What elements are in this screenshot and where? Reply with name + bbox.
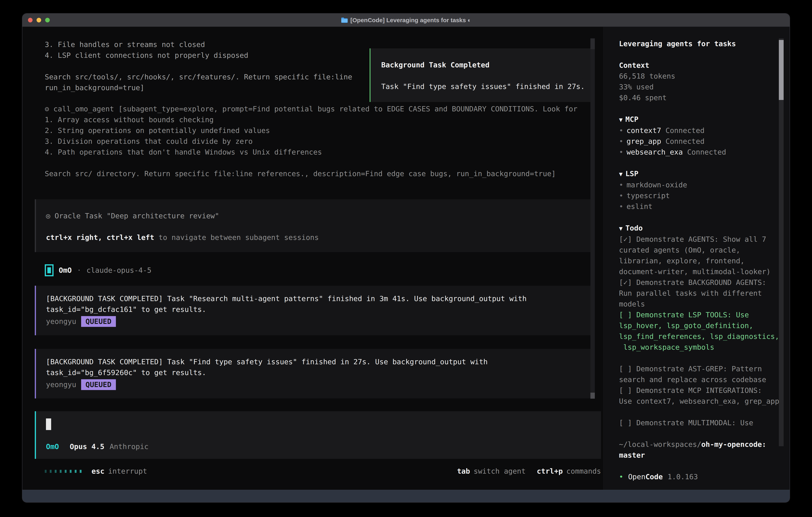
agent-name: OmO xyxy=(59,265,72,276)
notification-body: Task "Find type safety issues" finished … xyxy=(381,81,593,92)
todo-item: [ ] Demonstrate MCP INTEGRATIONS: Use co… xyxy=(619,385,790,407)
lsp-item: •eslint xyxy=(619,201,790,212)
mcp-name: websearch_exa xyxy=(627,148,683,156)
oracle-task-title: Oracle Task "Deep architecture review" xyxy=(50,212,219,220)
input-provider-label: Anthropic xyxy=(110,441,148,452)
scrollback-text: 3. File handles or streams not closed 4.… xyxy=(45,39,352,93)
close-button[interactable] xyxy=(28,18,33,22)
traffic-lights xyxy=(28,13,50,27)
status-bar: esc interrupt tab switch agent ctrl+p co… xyxy=(45,466,601,477)
gear-icon: ⚙ xyxy=(45,105,49,113)
todo-heading[interactable]: ▼Todo xyxy=(619,223,790,234)
tool-call-args: 1. Array access without bounds checking … xyxy=(45,114,577,179)
bullet-icon: • xyxy=(619,148,624,156)
input-agent-label: OmO xyxy=(46,441,59,452)
app-version-line: • OpenCode 1.0.163 xyxy=(619,471,790,482)
message-body: [BACKGROUND TASK COMPLETED] Task "Find t… xyxy=(46,356,592,378)
oracle-task-card: ◎ Oracle Task "Deep architecture review"… xyxy=(35,199,592,252)
tool-call-line: call_omo_agent [subagent_type=explore, p… xyxy=(49,105,577,113)
agent-model: claude-opus-4-5 xyxy=(87,265,151,276)
folder-icon xyxy=(341,17,348,23)
terminal-scrollbar[interactable] xyxy=(590,38,595,399)
lsp-heading[interactable]: ▼LSP xyxy=(619,168,790,180)
window-title: [OpenCode] Leveraging agents for tasks ◐ xyxy=(350,17,471,24)
esc-hint: esc interrupt xyxy=(91,466,147,477)
minimize-button[interactable] xyxy=(36,18,41,22)
status-badge: QUEUED xyxy=(81,379,116,390)
shortcut-description: to navigate between subagent sessions xyxy=(154,233,319,242)
workspace-path: ~/local-workspaces/oh-my-opencode:master xyxy=(619,439,790,461)
collapse-triangle-icon: ▼ xyxy=(619,170,622,178)
commands-hint: ctrl+p commands xyxy=(537,466,601,477)
todo-list: [✓] Demonstrate AGENTS: Show all 7 curat… xyxy=(619,234,790,428)
scrollbar-thumb-top[interactable] xyxy=(590,38,595,49)
scrollbar-thumb-bottom[interactable] xyxy=(590,393,595,399)
tab-label: switch agent xyxy=(473,466,525,477)
lsp-item: •markdown-oxide xyxy=(619,180,790,190)
bullet-icon: • xyxy=(619,181,624,189)
prompt-input[interactable]: OmO Opus 4.5 Anthropic xyxy=(35,411,601,459)
lsp-item: •typescript xyxy=(619,190,790,201)
mcp-name: grep_app xyxy=(627,137,661,145)
mcp-item: •grep_app Connected xyxy=(619,136,790,147)
esc-key: esc xyxy=(91,466,105,477)
sidebar-scrollbar[interactable] xyxy=(779,38,784,446)
lsp-name: markdown-oxide xyxy=(627,181,687,189)
todo-item: [✓] Demonstrate AGENTS: Show all 7 curat… xyxy=(619,234,790,277)
todo-section: ▼Todo [✓] Demonstrate AGENTS: Show all 7… xyxy=(619,223,790,428)
background-task-message: [BACKGROUND TASK COMPLETED] Task "Find t… xyxy=(35,349,592,399)
message-author: yeongyu xyxy=(46,316,76,327)
background-task-notification: Background Task Completed Task "Find typ… xyxy=(370,48,594,102)
target-icon: ◎ xyxy=(46,212,50,220)
session-sidebar: Leveraging agents for tasks Context 66,5… xyxy=(603,27,790,490)
tab-key: tab xyxy=(457,466,470,477)
message-author: yeongyu xyxy=(46,379,76,390)
lsp-list: •markdown-oxide •typescript •eslint xyxy=(619,180,790,212)
tab-hint: tab switch agent xyxy=(457,466,525,477)
window-titlebar[interactable]: [OpenCode] Leveraging agents for tasks ◐ xyxy=(22,13,790,27)
tool-call-block: ⚙ call_omo_agent [subagent_type=explore,… xyxy=(45,104,577,179)
mcp-status: Connected xyxy=(666,137,704,145)
context-spent: $0.46 spent xyxy=(619,92,790,103)
sidebar-scrollbar-thumb[interactable] xyxy=(779,40,784,100)
context-heading: Context xyxy=(619,60,790,71)
ctrl-p-key: ctrl+p xyxy=(537,466,563,477)
todo-item: [ ] Demonstrate LSP TOOLS: Use lsp_hover… xyxy=(619,309,790,353)
mcp-item: •websearch_exa Connected xyxy=(619,147,790,158)
todo-item: [✓] Demonstrate BACKGROUND AGENTS: Run p… xyxy=(619,277,790,309)
mcp-section: ▼MCP •context7 Connected •grep_app Conne… xyxy=(619,114,790,158)
mcp-status: Connected xyxy=(666,126,704,135)
text-cursor xyxy=(46,418,51,430)
context-tokens: 66,518 tokens xyxy=(619,71,790,82)
mcp-name: context7 xyxy=(627,126,661,135)
collapse-triangle-icon: ▼ xyxy=(619,225,622,232)
path-prefix: ~/local-workspaces/ xyxy=(619,440,701,448)
activity-spinner-icon xyxy=(45,470,82,473)
session-title: Leveraging agents for tasks xyxy=(619,38,790,49)
context-used: 33% used xyxy=(619,82,790,92)
background-task-message: [BACKGROUND TASK COMPLETED] Task "Resear… xyxy=(35,286,592,335)
separator-dot: · xyxy=(77,265,81,276)
collapse-triangle-icon: ▼ xyxy=(619,116,622,123)
zoom-button[interactable] xyxy=(45,18,50,22)
message-body: [BACKGROUND TASK COMPLETED] Task "Resear… xyxy=(46,293,592,315)
todo-item: [ ] Demonstrate AST-GREP: Pattern search… xyxy=(619,363,790,385)
mcp-list: •context7 Connected •grep_app Connected … xyxy=(619,125,790,158)
commands-label: commands xyxy=(567,466,601,477)
bullet-icon: • xyxy=(619,192,624,200)
mcp-item: •context7 Connected xyxy=(619,125,790,136)
bullet-icon: • xyxy=(619,137,624,145)
input-model-label: Opus 4.5 xyxy=(70,441,104,452)
message-list: [BACKGROUND TASK COMPLETED] Task "Resear… xyxy=(35,286,592,412)
mcp-heading[interactable]: ▼MCP xyxy=(619,114,790,125)
shortcut-keys: ctrl+x right, ctrl+x left xyxy=(46,233,154,242)
mcp-status: Connected xyxy=(687,148,726,156)
status-badge: QUEUED xyxy=(81,316,116,327)
lsp-name: eslint xyxy=(627,202,652,211)
bullet-icon: • xyxy=(619,126,624,135)
terminal-pane: 3. File handles or streams not closed 4.… xyxy=(22,27,603,490)
bullet-icon: • xyxy=(619,202,624,211)
lsp-name: typescript xyxy=(627,192,670,200)
status-dot-icon: • xyxy=(619,471,624,482)
context-section: Context 66,518 tokens 33% used $0.46 spe… xyxy=(619,60,790,103)
